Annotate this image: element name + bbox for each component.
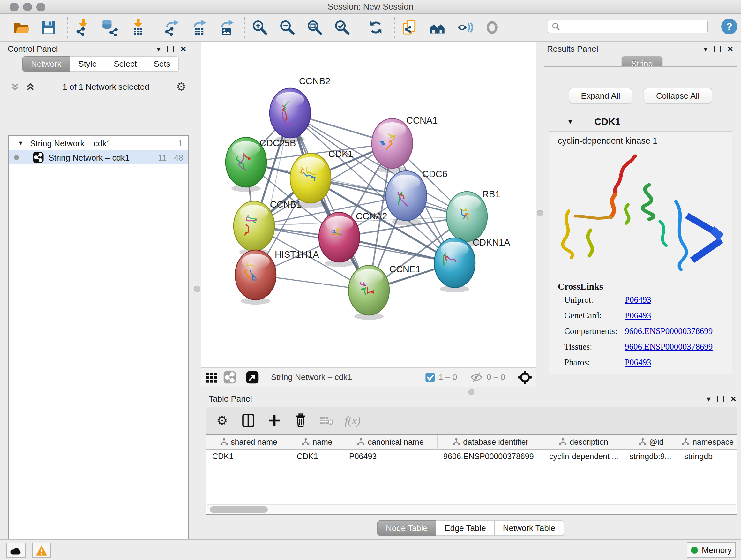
fit-content-button[interactable] — [305, 17, 325, 38]
network-graph[interactable]: CCNB2 CCNA1 CDC25B CDK1 CDC6 RB1 CCNB1 C… — [201, 42, 536, 367]
window-zoom-button[interactable] — [37, 3, 45, 11]
crosslink-compartments-link[interactable]: 9606.ENSP00000378699 — [625, 326, 713, 336]
node-CDKN1A[interactable]: CDKN1A — [434, 237, 510, 293]
delete-trash-icon[interactable] — [292, 412, 309, 429]
table-settings-gear-icon[interactable]: ⚙ — [214, 412, 230, 429]
crosslink-tissues-link[interactable]: 9606.ENSP00000378699 — [625, 342, 713, 352]
cloud-status-button[interactable] — [6, 543, 25, 558]
help-button[interactable]: ? — [721, 18, 737, 35]
hidden-eye-slash-icon[interactable] — [469, 371, 483, 384]
tab-select[interactable]: Select — [105, 56, 145, 71]
memory-button[interactable]: Memory — [687, 542, 736, 558]
export-image-icon — [218, 19, 234, 36]
table-panel-float-icon[interactable] — [717, 395, 724, 402]
export-network-to-file-button[interactable] — [161, 17, 181, 38]
results-panel-close-icon[interactable]: ✕ — [727, 45, 733, 54]
import-network-from-file-button[interactable] — [72, 17, 92, 38]
tab-network[interactable]: Network — [22, 56, 70, 71]
node-HIST1H1A[interactable]: HIST1H1A — [235, 249, 319, 305]
crosslink-label: Compartments: — [564, 326, 625, 336]
warnings-button[interactable] — [32, 543, 51, 558]
crosslink-pharos-link[interactable]: P06493 — [625, 358, 651, 368]
node-CCNB2[interactable]: CCNB2 — [270, 76, 330, 143]
zoom-in-button[interactable] — [250, 17, 270, 38]
table-hscrollbar-thumb[interactable] — [210, 506, 268, 513]
import-network-from-database-button[interactable] — [99, 17, 120, 38]
tab-network-table[interactable]: Network Table — [495, 520, 564, 536]
show-graphics-details-button[interactable] — [455, 17, 475, 38]
export-image-button[interactable] — [216, 17, 236, 38]
search-box[interactable] — [548, 20, 708, 33]
network-selector-row: 1 of 1 Network selected ⚙ — [10, 80, 188, 94]
tab-style[interactable]: Style — [70, 56, 105, 71]
tab-edge-table[interactable]: Edge Table — [436, 520, 495, 536]
new-network-from-selection-button[interactable] — [400, 17, 420, 38]
node-CCNE1[interactable]: CCNE1 — [348, 264, 421, 320]
cell-shared-name[interactable]: CDK1 — [206, 449, 291, 463]
cell-namespace[interactable]: stringdb — [678, 449, 737, 463]
tab-sets[interactable]: Sets — [145, 56, 179, 71]
right-splitter-handle[interactable] — [537, 210, 543, 216]
column-header-canonical-name[interactable]: canonical name — [343, 435, 437, 449]
network-options-gear-icon[interactable]: ⚙ — [176, 80, 186, 94]
search-input[interactable] — [561, 22, 704, 31]
open-session-icon — [13, 19, 29, 36]
column-header-namespace[interactable]: namespace — [678, 435, 737, 449]
zoom-out-button[interactable] — [277, 17, 297, 38]
control-panel-close-icon[interactable]: ✕ — [180, 45, 186, 54]
column-header-database-identifier[interactable]: database identifier — [437, 435, 543, 449]
network-share-icon[interactable] — [223, 371, 237, 384]
table-hscrollbar[interactable] — [207, 504, 736, 514]
crosslinks-list: Uniprot:P06493GeneCard:P06493Compartment… — [549, 292, 732, 368]
save-session-button[interactable] — [38, 17, 59, 38]
column-header-name[interactable]: name — [291, 435, 343, 449]
control-panel-menu-icon[interactable]: ▾ — [157, 45, 160, 54]
column-header-@id[interactable]: @id — [624, 435, 678, 449]
table-panel-close-icon[interactable]: ✕ — [730, 395, 737, 403]
network-collection-row[interactable]: ▼ String Network – cdk1 1 — [9, 136, 188, 150]
window-minimize-button[interactable] — [23, 3, 32, 11]
export-table-to-file-button[interactable] — [188, 17, 209, 38]
node-CDC6[interactable]: CDC6 — [386, 169, 448, 226]
window-close-button[interactable] — [10, 3, 18, 11]
column-header-shared-name[interactable]: shared name — [206, 435, 291, 449]
expand-all-button[interactable]: Expand All — [569, 88, 632, 104]
grid-view-icon[interactable] — [205, 371, 218, 384]
cell-@id[interactable]: stringdb:9... — [624, 449, 678, 463]
network-canvas[interactable]: CCNB2 CCNA1 CDC25B CDK1 CDC6 RB1 CCNB1 C… — [201, 42, 536, 368]
crosslink-uniprot-link[interactable]: P06493 — [625, 295, 651, 305]
cell-name[interactable]: CDK1 — [291, 449, 343, 463]
section-collapse-icon[interactable]: ▼ — [567, 118, 574, 125]
birdseye-toggle-icon[interactable] — [246, 371, 259, 384]
zoom-selected-button[interactable] — [332, 17, 352, 38]
crosslink-genecard-link[interactable]: P06493 — [625, 311, 651, 320]
cell-database-identifier[interactable]: 9606.ENSP00000378699 — [437, 449, 543, 463]
home-button[interactable] — [427, 17, 448, 38]
node-table[interactable]: shared nameCDK1nameCDK1canonical nameP06… — [206, 434, 737, 515]
tree-expand-icon[interactable]: ▼ — [18, 140, 23, 146]
node-CDC25B[interactable]: CDC25B — [226, 137, 296, 192]
network-row-selected[interactable]: String Network – cdk1 11 48 — [9, 150, 188, 164]
fit-selection-crosshair-icon[interactable] — [518, 370, 532, 385]
collapse-all-button[interactable]: Collapse All — [644, 88, 712, 104]
node-CCNA1[interactable]: CCNA1 — [372, 115, 437, 173]
column-header-description[interactable]: description — [543, 435, 624, 449]
left-splitter-handle[interactable] — [194, 286, 200, 292]
update-network-button[interactable] — [366, 17, 386, 38]
control-panel-float-icon[interactable] — [167, 46, 174, 52]
expand-all-chevron-icon[interactable] — [25, 81, 36, 92]
hide-graphics-details-button[interactable] — [482, 17, 502, 38]
collapse-all-chevron-icon[interactable] — [10, 81, 20, 92]
cdk1-section-header[interactable]: ▼ CDK1 — [547, 113, 734, 130]
cell-description[interactable]: cyclin-dependent ... — [543, 449, 624, 463]
open-session-button[interactable] — [11, 17, 31, 38]
table-panel-menu-icon[interactable]: ▾ — [707, 395, 711, 403]
add-column-icon[interactable] — [266, 412, 283, 429]
results-panel-float-icon[interactable] — [714, 46, 721, 52]
tab-node-table[interactable]: Node Table — [377, 520, 436, 536]
results-panel-menu-icon[interactable]: ▾ — [704, 45, 708, 54]
show-columns-icon[interactable] — [240, 412, 257, 429]
selected-checkbox-icon[interactable] — [425, 372, 435, 382]
cell-canonical-name[interactable]: P06493 — [343, 449, 437, 463]
import-table-from-file-button[interactable] — [127, 17, 147, 38]
